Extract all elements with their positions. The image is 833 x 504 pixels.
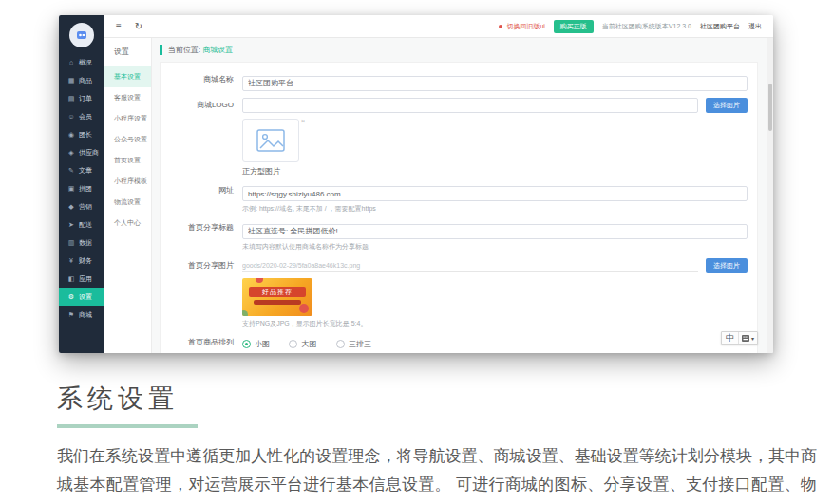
radio-layout-three[interactable]: 三排三 [336, 336, 371, 351]
sidebar-item-overview[interactable]: ⌂概况 [59, 53, 104, 71]
promo-decoration [242, 310, 248, 316]
sidebar-item-label: 订单 [79, 94, 92, 103]
scrollbar-track[interactable] [767, 38, 773, 353]
promo-decoration [254, 300, 301, 305]
title-underline [57, 424, 198, 428]
site-url-label: 网址 [161, 183, 242, 215]
choose-share-image-button[interactable]: 选择图片 [706, 258, 748, 273]
subnav-item-basic[interactable]: 基本设置 [104, 66, 151, 87]
mall-logo-label: 商城LOGO [161, 98, 242, 177]
radio-label: 小图 [255, 339, 270, 349]
chevron-down-icon: ▾ [751, 335, 754, 342]
share-title-input[interactable] [242, 224, 748, 239]
sidebar-item-label: 商品 [79, 76, 92, 85]
sidebar-item-apps[interactable]: ◧应用 [59, 270, 104, 288]
keyboard-glyph [742, 335, 749, 342]
sidebar-item-goods[interactable]: ▦商品 [59, 71, 104, 89]
logo-icon [75, 28, 88, 42]
sidebar-item-label: 应用 [79, 274, 92, 284]
scrollbar-thumb[interactable] [768, 84, 772, 131]
share-image-thumbnail[interactable]: 好品推荐 [242, 278, 312, 316]
hamburger-icon[interactable]: ≡ [116, 21, 122, 31]
member-icon: ☺ [66, 113, 76, 120]
sidebar-item-label: 团长 [79, 130, 92, 140]
ime-indicator[interactable]: 中 ▾ [721, 331, 758, 345]
keyboard-icon[interactable]: ▾ [739, 335, 757, 342]
orders-icon: ▤ [66, 95, 76, 103]
finance-icon: ¥ [66, 257, 76, 264]
form-row-site-url: 网址 示例: https://域名, 末尾不加 / ，需要配置https [161, 183, 748, 215]
apps-icon: ◧ [66, 275, 76, 283]
remove-logo-icon[interactable]: × [301, 118, 305, 124]
sidebar-item-orders[interactable]: ▤订单 [59, 89, 104, 107]
home-icon: ⌂ [66, 59, 76, 65]
breadcrumb-prefix: 当前位置: [168, 45, 200, 55]
subnav-item-miniprogram[interactable]: 小程序设置 [104, 108, 151, 129]
buy-license-badge[interactable]: 购买正版 [554, 20, 594, 33]
subnav-item-logistics[interactable]: 物流设置 [104, 192, 151, 213]
sidebar-item-members[interactable]: ☺会员 [59, 107, 104, 125]
choose-logo-image-button[interactable]: 选择图片 [706, 98, 748, 113]
page-title: 系统设置 [57, 382, 817, 416]
sidebar-item-leaders[interactable]: ◉团长 [59, 125, 104, 143]
mall-logo-input[interactable] [242, 98, 698, 113]
description-paragraph: 我们在系统设置中遵循更加人性化的设置理念，将导航设置、商城设置、基础设置等统计划… [57, 442, 817, 504]
data-icon: ▥ [66, 239, 76, 247]
logout-link[interactable]: 退出 [748, 22, 762, 31]
site-url-help: 示例: https://域名, 末尾不加 / ，需要配置https [242, 204, 748, 214]
sidebar-item-marketing[interactable]: ◆营销 [59, 197, 104, 215]
promo-decoration [299, 304, 309, 313]
sidebar-item-settings[interactable]: ⚙设置 [59, 288, 104, 306]
subnav-item-official-account[interactable]: 公众号设置 [104, 129, 151, 150]
breadcrumb-current[interactable]: 商城设置 [202, 45, 233, 55]
site-url-input[interactable] [242, 186, 748, 201]
sidebar-item-label: 设置 [79, 292, 92, 302]
primary-sidebar: ⌂概况 ▦商品 ▤订单 ☺会员 ◉团长 ◈供应商 ✎文章 ▣拼团 ◆营销 ➤配送… [59, 15, 104, 353]
radio-layout-large[interactable]: 大图 [289, 336, 316, 351]
ime-language-label: 中 [722, 332, 739, 344]
subnav-title: 设置 [104, 38, 151, 66]
sidebar-item-articles[interactable]: ✎文章 [59, 161, 104, 179]
sidebar-item-finance[interactable]: ¥财务 [59, 252, 104, 270]
logo-caption: 正方型图片 [242, 166, 748, 177]
notice-dot-icon [499, 25, 502, 28]
supplier-icon: ◈ [66, 149, 76, 157]
sidebar-item-label: 营销 [79, 202, 92, 212]
sidebar-item-mall[interactable]: ⚑商城 [59, 306, 104, 324]
share-image-path[interactable]: goods/2020-02-29/5fa0a8ae46k13c.png [242, 259, 698, 272]
app-logo[interactable] [69, 23, 94, 47]
sidebar-item-label: 配送 [79, 220, 92, 230]
subnav-item-service[interactable]: 客服设置 [104, 87, 151, 108]
sidebar-item-label: 数据 [79, 238, 92, 248]
subnav-item-template[interactable]: 小程序模板 [104, 171, 151, 192]
sidebar-item-label: 财务 [79, 256, 92, 266]
sidebar-item-suppliers[interactable]: ◈供应商 [59, 143, 104, 161]
form-row-mall-name: 商城名称 [161, 72, 748, 91]
description-section: 系统设置 我们在系统设置中遵循更加人性化的设置理念，将导航设置、商城设置、基础设… [57, 382, 817, 504]
sidebar-item-data[interactable]: ▥数据 [59, 233, 104, 252]
sidebar-item-label: 拼团 [79, 184, 92, 194]
logo-upload-placeholder[interactable]: × [242, 119, 299, 162]
platform-name: 社区团购平台 [700, 22, 740, 31]
subnav-item-homepage[interactable]: 首页设置 [104, 150, 151, 171]
sidebar-item-groupbuy[interactable]: ▣拼团 [59, 179, 104, 197]
form-row-share-image: 首页分享图片 goods/2020-02-29/5fa0a8ae46k13c.p… [161, 258, 748, 328]
topbar-right: 切换回旧版ui 购买正版 当前社区团购系统版本V12.3.0 社区团购平台 退出 [499, 20, 762, 33]
mall-name-label: 商城名称 [161, 72, 242, 91]
share-image-help: 支持PNG及JPG，显示图片长宽比是 5:4。 [242, 319, 748, 328]
goods-icon: ▦ [66, 77, 76, 84]
leader-icon: ◉ [66, 131, 76, 139]
gear-icon: ⚙ [66, 293, 76, 301]
mall-name-input[interactable] [242, 76, 748, 91]
image-placeholder-icon [256, 129, 285, 152]
settings-form-card: 商城名称 商城LOGO 选择图片 × [160, 62, 758, 353]
share-title-help: 未填写内容默认使用商城名称作为分享标题 [242, 242, 748, 252]
radio-layout-small[interactable]: 小图 [242, 336, 270, 351]
main-content: 当前位置: 商城设置 商城名称 商城LOGO 选择图片 [152, 38, 773, 353]
sidebar-item-label: 文章 [79, 166, 92, 176]
switch-old-ui-link[interactable]: 切换回旧版ui [506, 22, 544, 31]
share-title-label: 首页分享标题 [161, 220, 242, 252]
refresh-icon[interactable]: ↻ [135, 21, 142, 31]
sidebar-item-delivery[interactable]: ➤配送 [59, 215, 104, 233]
subnav-item-profile[interactable]: 个人中心 [104, 213, 151, 233]
